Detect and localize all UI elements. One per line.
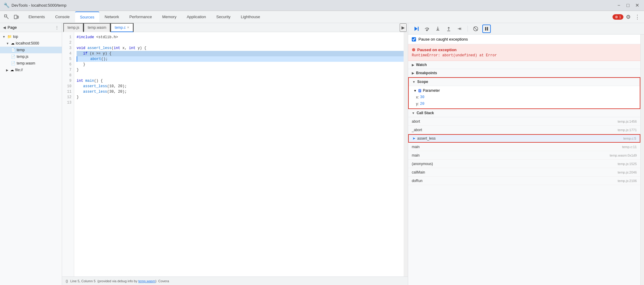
tab-elements[interactable]: Elements: [24, 12, 50, 22]
scope-parameter-header[interactable]: ▼ f Parameter: [409, 87, 640, 94]
cloud-icon-localhost: ☁: [11, 41, 15, 45]
inspect-icon[interactable]: [2, 13, 11, 21]
watch-label: Watch: [416, 63, 427, 67]
scope-section: ▼ Scope ▼ f Parameter x: 30: [408, 77, 640, 109]
resume-button[interactable]: [412, 25, 420, 33]
line-num-13: 13: [62, 100, 74, 105]
status-text: Line 5, Column 5 (provided via debug inf…: [70, 279, 169, 283]
watch-section-header[interactable]: ▶ Watch: [408, 61, 640, 69]
close-button[interactable]: ✕: [634, 2, 640, 9]
code-line-5: abort();: [77, 56, 404, 62]
pause-caught-checkbox[interactable]: [412, 37, 416, 41]
scope-section-header[interactable]: ▼ Scope: [409, 78, 640, 86]
tree-label-top: top: [13, 35, 18, 39]
step-into-button[interactable]: [434, 25, 442, 33]
breakpoints-section-header[interactable]: ▶ Breakpoints: [408, 69, 640, 77]
callstack-item-dorun[interactable]: doRun temp.js:2106: [408, 177, 640, 185]
callstack-fn-anon: (anonymous): [412, 162, 433, 166]
callstack-loc-callmain: temp.js:2046: [618, 171, 637, 174]
more-options-button[interactable]: ⋮: [633, 13, 642, 21]
line-num-6: 6: [62, 62, 74, 67]
code-line-2: [77, 40, 404, 45]
tree-item-localhost[interactable]: ▼ ☁ localhost:5000: [0, 40, 62, 47]
tree-item-file[interactable]: ▶ ☁ file://: [0, 67, 62, 73]
tree-arrow-localhost: ▼: [6, 42, 9, 45]
callstack-fn-callmain: callMain: [412, 170, 425, 174]
line-num-9: 9: [62, 78, 74, 84]
tab-memory[interactable]: Memory: [157, 12, 181, 22]
line-num-2: 2: [62, 40, 74, 45]
tree-item-temp[interactable]: 📄 temp: [0, 47, 62, 53]
tab-security[interactable]: Security: [211, 12, 235, 22]
svg-rect-2: [17, 16, 18, 18]
add-tab-button[interactable]: ▶: [400, 23, 407, 32]
file-icon-tempjs: 📄: [11, 55, 15, 59]
breakpoints-arrow-icon: ▶: [412, 71, 414, 75]
code-line-10: assert_less(10, 20);: [77, 84, 404, 89]
tab-sources[interactable]: Sources: [75, 12, 99, 22]
callstack-fn-dorun: doRun: [412, 179, 422, 183]
settings-button[interactable]: ⚙: [624, 13, 632, 21]
code-line-12: }: [77, 94, 404, 100]
tab-network[interactable]: Network: [100, 12, 124, 22]
right-panel: Pause on caught exceptions ⊗ Paused on e…: [408, 23, 644, 285]
tree-label-tempwasm: temp.wasm: [17, 61, 35, 65]
tree-item-top[interactable]: ▼ 📁 top: [0, 33, 62, 40]
braces-icon: {}: [66, 279, 68, 283]
pause-on-exceptions-row: Pause on caught exceptions: [408, 35, 640, 44]
step-over-button[interactable]: [423, 25, 431, 33]
line-num-10: 10: [62, 84, 74, 89]
right-scrollbar[interactable]: [640, 35, 644, 285]
breakpoints-label: Breakpoints: [416, 71, 437, 75]
sidebar-back-button[interactable]: ◀: [2, 25, 6, 30]
bottom-bar: {} Line 5, Column 5 (provided via debug …: [62, 277, 408, 285]
callstack-item-abort[interactable]: abort temp.js:1456: [408, 117, 640, 126]
temp-wasm-link[interactable]: temp.wasm: [138, 279, 155, 283]
minimize-button[interactable]: −: [616, 2, 622, 9]
tab-lighthouse[interactable]: Lighthouse: [236, 12, 265, 22]
callstack-list: abort temp.js:1456 _abort temp.js:1771 ➤…: [408, 117, 640, 285]
pause-on-exceptions-button[interactable]: [482, 25, 491, 33]
close-tab-icon[interactable]: ✕: [127, 26, 129, 29]
tree-item-tempwasm[interactable]: 📄 temp.wasm: [0, 60, 62, 67]
scope-x-value: 30: [420, 95, 424, 99]
tab-console[interactable]: Console: [50, 12, 74, 22]
scope-x-row: x: 30: [409, 94, 640, 101]
deactivate-breakpoints-button[interactable]: [471, 25, 480, 33]
maximize-button[interactable]: □: [625, 2, 631, 9]
callstack-item-callmain[interactable]: callMain temp.js:2046: [408, 168, 640, 177]
callstack-item-abort2[interactable]: _abort temp.js:1771: [408, 126, 640, 134]
callstack-fn-mainwasm: main: [412, 153, 420, 157]
sidebar-more-button[interactable]: ⋮: [54, 25, 59, 30]
step-button[interactable]: [455, 25, 464, 33]
watch-arrow-icon: ▶: [412, 63, 414, 67]
code-line-9: int main() {: [77, 78, 404, 84]
line-num-3: 3: [62, 45, 74, 51]
main-layout: ◀ Page ⋮ ▼ 📁 top ▼ ☁ localhost:5000 📄 te…: [0, 23, 644, 285]
callstack-section-header[interactable]: ▼ Call Stack: [408, 109, 640, 117]
callstack-item-mainwasm[interactable]: main temp.wasm:0x1d9: [408, 151, 640, 160]
callstack-item-mainc[interactable]: main temp.c:11: [408, 143, 640, 151]
tree-item-tempjs[interactable]: 📄 temp.js: [0, 53, 62, 60]
svg-rect-7: [485, 27, 486, 31]
tab-performance[interactable]: Performance: [124, 12, 157, 22]
right-panel-content: Pause on caught exceptions ⊗ Paused on e…: [408, 35, 640, 285]
source-tab-tempjs[interactable]: temp.js: [63, 23, 84, 32]
callstack-item-anon[interactable]: (anonymous) temp.js:1525: [408, 160, 640, 168]
scope-x-key: x:: [416, 95, 419, 99]
code-scrollbar[interactable]: [404, 32, 408, 277]
device-toolbar-icon[interactable]: [12, 13, 21, 21]
step-out-button[interactable]: [444, 25, 453, 33]
code-line-8: [77, 73, 404, 78]
callstack-item-assertless[interactable]: ➤ assert_less temp.c:5: [408, 134, 640, 143]
code-line-13: [77, 100, 404, 105]
callstack-loc-dorun: temp.js:2106: [618, 179, 637, 183]
code-content[interactable]: #include <stdlib.h> void assert_less(int…: [74, 32, 404, 277]
source-tab-tempc[interactable]: temp.c ✕: [111, 23, 134, 32]
error-badge[interactable]: ⊗ 1: [613, 14, 623, 20]
tab-application[interactable]: Application: [182, 12, 211, 22]
source-tabs: temp.js temp.wasm temp.c ✕ ▶: [62, 23, 408, 32]
file-icon-temp: 📄: [11, 48, 15, 52]
code-line-3: void assert_less(int x, int y) {: [77, 45, 404, 51]
source-tab-tempwasm[interactable]: temp.wasm: [84, 23, 111, 32]
